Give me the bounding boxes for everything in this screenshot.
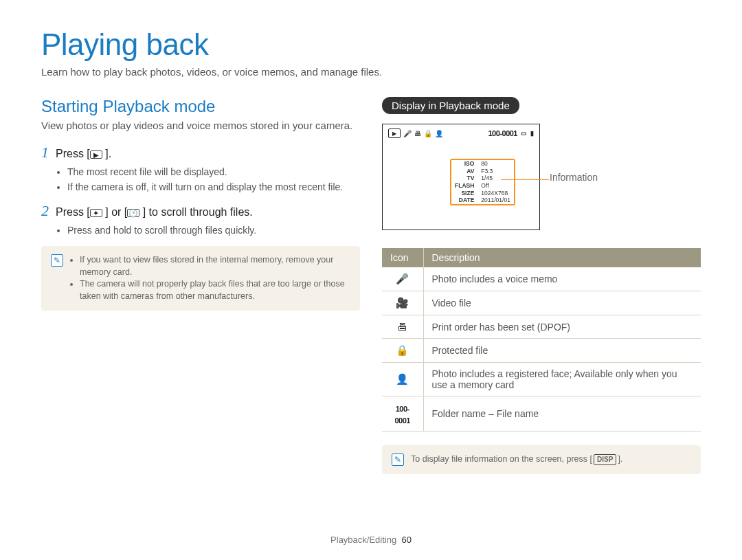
note-box-1: ✎ If you want to view files stored in th… <box>41 246 360 311</box>
mic-indicator-icon: 🎤 <box>403 130 412 137</box>
step-2-mid: ] or [ <box>102 206 127 218</box>
callout-line <box>501 179 549 180</box>
flash-button-icon <box>90 209 102 217</box>
left-column: Starting Playback mode View photos or pl… <box>41 97 360 474</box>
info-iso-label: ISO <box>451 160 477 168</box>
row-video-icon: 🎥 <box>382 291 423 315</box>
row-video-desc: Video file <box>423 291 701 315</box>
note-icon: ✎ <box>392 453 404 466</box>
step-2: 2 Press [ ] or [ ] to scroll through fil… <box>41 202 360 238</box>
table-row: 🖶 Print order has been set (DPOF) <box>382 315 701 339</box>
table-row: 🔒 Protected file <box>382 339 701 363</box>
face-indicator-icon: 👤 <box>435 130 443 137</box>
step-2-bullet-1: Press and hold to scroll through files q… <box>67 224 360 238</box>
row-print-icon: 🖶 <box>382 315 423 339</box>
page-footer: Playback/Editing 60 <box>0 535 742 545</box>
note1-item-2: The camera will not properly play back f… <box>80 278 350 302</box>
table-row: 100-0001 Folder name – File name <box>382 396 701 432</box>
step-1-text: Press [▶ ]. <box>56 148 111 160</box>
table-row: 🎥 Video file <box>382 291 701 315</box>
step-1-post: ]. <box>102 148 111 159</box>
page-intro: Learn how to play back photos, videos, o… <box>41 66 701 78</box>
row-lock-icon: 🔒 <box>382 339 423 363</box>
row-lock-desc: Protected file <box>423 339 701 363</box>
timer-button-icon <box>127 209 139 217</box>
disp-button-icon: DISP <box>594 454 616 465</box>
display-mode-header: Display in Playback mode <box>382 97 519 114</box>
th-description: Description <box>423 248 701 267</box>
playback-button-icon: ▶ <box>90 150 102 159</box>
page-title: Playing back <box>41 27 701 62</box>
note2-text: To display file information on the scree… <box>411 453 622 466</box>
section-desc: View photos or play videos and voice mem… <box>41 119 360 133</box>
section-title: Starting Playback mode <box>41 97 360 116</box>
note-box-2: ✎ To display file information on the scr… <box>382 445 701 474</box>
info-flash-label: FLASH <box>451 182 477 190</box>
note2-pre: To display file information on the scree… <box>411 454 592 464</box>
print-indicator-icon: 🖶 <box>414 130 421 137</box>
lock-indicator-icon: 🔒 <box>424 130 432 137</box>
info-flash-value: Off <box>477 182 514 190</box>
info-size-label: SIZE <box>451 190 477 197</box>
table-row: 👤 Photo includes a registered face; Avai… <box>382 363 701 396</box>
playback-screen: 🎤 🖶 🔒 👤 100-0001 ▭ ▮ IS <box>382 124 540 230</box>
step-2-text: Press [ ] or [ ] to scroll through files… <box>56 206 253 219</box>
row-print-desc: Print order has been set (DPOF) <box>423 315 701 339</box>
footer-page-number: 60 <box>401 535 411 545</box>
step-2-post: ] to scroll through files. <box>139 206 253 218</box>
info-block: ISO80 AVF3.3 TV1/45 FLASHOff SIZE1024X76… <box>450 159 515 205</box>
info-av-label: AV <box>451 168 477 175</box>
step-1-bullet-2: If the camera is off, it will turn on an… <box>67 181 360 194</box>
info-iso-value: 80 <box>477 160 514 168</box>
footer-section: Playback/Editing <box>330 535 396 545</box>
info-tv-value: 1/45 <box>477 175 514 182</box>
th-icon: Icon <box>382 248 423 267</box>
right-column: Display in Playback mode 🎤 🖶 🔒 👤 100-000… <box>382 97 701 474</box>
information-callout: Information <box>550 172 598 183</box>
step-1-pre: Press [ <box>56 148 90 159</box>
row-folder-icon-text: 100-0001 <box>395 405 410 425</box>
card-icon: ▭ <box>521 130 527 137</box>
info-av-value: F3.3 <box>477 168 514 175</box>
note2-post: ]. <box>618 454 622 464</box>
step-1-bullet-1: The most recent file will be displayed. <box>67 166 360 179</box>
step-1: 1 Press [▶ ]. The most recent file will … <box>41 144 360 194</box>
info-tv-label: TV <box>451 175 477 182</box>
play-indicator-icon <box>388 128 401 138</box>
icon-description-table: Icon Description 🎤 Photo includes a voic… <box>382 248 701 432</box>
file-number: 100-0001 <box>488 129 518 137</box>
info-date-label: DATE <box>451 197 477 204</box>
row-face-icon: 👤 <box>382 363 423 396</box>
step-2-pre: Press [ <box>56 206 90 218</box>
note-icon: ✎ <box>51 254 63 267</box>
row-folder-desc: Folder name – File name <box>423 396 701 432</box>
step-1-number: 1 <box>41 144 49 161</box>
battery-icon: ▮ <box>530 130 534 137</box>
step-2-number: 2 <box>41 202 49 220</box>
row-face-desc: Photo includes a registered face; Availa… <box>423 363 701 396</box>
note1-item-1: If you want to view files stored in the … <box>80 254 350 278</box>
table-row: 🎤 Photo includes a voice memo <box>382 267 701 291</box>
info-date-value: 2011/01/01 <box>477 197 514 204</box>
row-folder-icon: 100-0001 <box>382 396 423 432</box>
row-mic-icon: 🎤 <box>382 267 423 291</box>
row-mic-desc: Photo includes a voice memo <box>423 267 701 291</box>
info-size-value: 1024X768 <box>477 190 514 197</box>
